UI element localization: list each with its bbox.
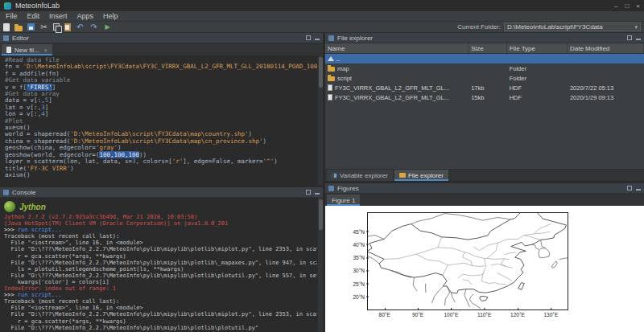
jython-logo-text: Jython — [19, 203, 46, 211]
console-line: Traceback (most recent call last): — [4, 233, 315, 240]
file-cell: HDF — [507, 84, 568, 92]
minimize-icon[interactable] — [315, 193, 320, 195]
file-cell: 2020/7/22 05:13 — [568, 84, 644, 92]
chevron-down-icon[interactable]: ▾ — [634, 24, 638, 31]
file-explorer-tab-label: File explorer — [408, 172, 444, 179]
editor-panel-header: Editor — [0, 33, 323, 43]
menu-bar: FileEditInsertAppsHelp — [0, 11, 644, 22]
column-header[interactable]: Date Modified — [568, 43, 644, 53]
console-output[interactable]: Jython Jython 2.7.2 (v2.7.2:925a3cc3b49d… — [0, 198, 323, 332]
column-header[interactable]: File Type — [507, 43, 568, 53]
tab-figure-1[interactable]: Figure 1 — [327, 195, 360, 206]
tab-file-explorer[interactable]: File explorer — [394, 170, 448, 181]
undo-icon[interactable]: ↶ — [76, 23, 85, 31]
toolbar-icons: ✂↶↷▶ — [3, 23, 112, 31]
console-panel: Console Jython Jython 2.7.2 (v2.7.2:925a… — [0, 187, 323, 332]
run-script-icon[interactable]: ▶ — [103, 23, 112, 31]
file-row[interactable]: mapFolder — [325, 64, 644, 73]
editor-scrollbar[interactable] — [317, 55, 323, 185]
x-tick-label: 80°E — [379, 312, 390, 318]
cut-icon[interactable]: ✂ — [39, 23, 48, 31]
current-folder-value: D:\MeteoInfoLab\script\FY3Cdata — [507, 23, 603, 31]
x-tick-label: 120°E — [510, 312, 525, 318]
console-line: IndexError: index out of range: 1 — [4, 285, 315, 292]
console-line: >>> run script... — [4, 292, 315, 298]
console-line: Jython 2.7.2 (v2.7.2:925a3cc3b49d, Mar 2… — [4, 214, 315, 220]
minimize-button[interactable]: – — [614, 2, 617, 10]
file-name-cell: FY3C_VIRRX_GBAL_L2_GFR_MLT_GL... — [325, 84, 469, 92]
script-file-icon — [6, 47, 11, 53]
file-name-cell: map — [325, 65, 469, 72]
jython-banner: Jython — [4, 199, 315, 214]
column-header[interactable]: Name — [325, 43, 469, 53]
console-lines: Jython 2.7.2 (v2.7.2:925a3cc3b49d, Mar 2… — [4, 214, 315, 331]
console-line: [Java HotSpot(TM) Client VM (Oracle Corp… — [4, 220, 315, 227]
close-button[interactable]: × — [636, 2, 640, 10]
code-editor[interactable]: #Read data filefn = 'D:\MeteoInfoLab\scr… — [0, 55, 323, 185]
file-row[interactable]: FY3C_VIRRX_GBAL_L2_GFR_MLT_GL...15kbHDF2… — [325, 92, 644, 102]
console-line: File "<iostream>", line 16, in <module> — [4, 240, 315, 246]
current-folder-combobox[interactable]: D:\MeteoInfoLab\script\FY3Cdata ▾ — [504, 23, 641, 31]
menu-item-help[interactable]: Help — [103, 12, 118, 20]
editor-panel-title: Editor — [12, 35, 29, 42]
file-explorer-panel: File explorer NameSizeFile TypeDate Modi… — [325, 33, 644, 181]
figure-canvas[interactable]: 80°E90°E100°E110°E120°E130°E 20°N25°N30°… — [325, 206, 644, 332]
menu-item-file[interactable]: File — [6, 12, 18, 20]
china-map — [368, 213, 568, 309]
close-tab-icon[interactable]: × — [44, 47, 47, 53]
console-line: kwargs['color'] = colors[i] — [4, 279, 315, 285]
open-file-icon[interactable] — [14, 26, 23, 31]
minimize-icon[interactable] — [315, 39, 320, 40]
file-row[interactable]: .. — [325, 54, 644, 64]
console-panel-header: Console — [0, 187, 323, 198]
code-line: #Plot — [5, 118, 315, 125]
console-scrollbar[interactable] — [317, 198, 323, 332]
console-line: File "D:\???\MeteoInfo_2.2.7\MeteoInfo\p… — [4, 260, 315, 266]
figures-panel-title: Figures — [337, 185, 359, 192]
up-icon — [328, 56, 334, 61]
map-plot[interactable]: 80°E90°E100°E110°E120°E130°E 20°N25°N30°… — [367, 212, 568, 310]
copy-icon[interactable] — [53, 23, 60, 31]
menu-item-edit[interactable]: Edit — [27, 12, 40, 20]
tab-variable-explorer[interactable]: Variable explorer — [327, 170, 393, 181]
x-tick-label: 130°E — [543, 312, 558, 318]
console-line: >>> run script... — [4, 227, 315, 233]
column-header[interactable]: Size — [469, 43, 507, 53]
current-folder-label: Current Folder: — [457, 23, 501, 31]
tab-new-file[interactable]: New fil... × — [2, 44, 52, 55]
float-icon[interactable] — [306, 190, 311, 195]
redo-icon[interactable]: ↷ — [89, 23, 98, 31]
file-name-cell: script — [325, 75, 469, 82]
file-cell: 2020/1/29 09:13 — [568, 94, 644, 101]
code-line: axism() — [5, 172, 315, 178]
window-title: MeteoInfoLab — [15, 2, 60, 10]
save-icon[interactable] — [27, 23, 35, 31]
x-tick-label: 110°E — [477, 312, 491, 318]
float-icon[interactable] — [627, 186, 632, 191]
y-tick-label: 35°N — [353, 255, 365, 260]
paste-icon[interactable] — [64, 23, 71, 31]
float-icon[interactable] — [306, 35, 311, 40]
code-line: data = v[:,5] — [5, 97, 315, 104]
file-explorer-title: File explorer — [337, 35, 373, 42]
minimize-icon[interactable] — [636, 39, 641, 40]
new-script-icon[interactable] — [3, 23, 10, 31]
maximize-button[interactable]: □ — [625, 2, 629, 10]
title-bar: MeteoInfoLab – □ × — [0, 0, 644, 11]
file-name-cell: FY3C_VIRRX_GBAL_L2_GFR_MLT_GL... — [325, 94, 469, 101]
toolbar: ✂↶↷▶ Current Folder: D:\MeteoInfoLab\scr… — [0, 22, 644, 33]
file-cell: HDF — [507, 94, 568, 101]
float-icon[interactable] — [627, 35, 632, 40]
file-row[interactable]: scriptFolder — [325, 73, 644, 83]
console-icon — [3, 190, 9, 195]
menu-item-insert[interactable]: Insert — [49, 12, 68, 20]
file-cell: 17kb — [469, 84, 507, 92]
console-line: Traceback (most recent call last): — [4, 298, 315, 305]
file-cell: Folder — [507, 65, 568, 72]
x-tick-label: 90°E — [412, 312, 423, 318]
minimize-icon[interactable] — [636, 189, 641, 191]
console-panel-title: Console — [12, 189, 35, 196]
file-cell: 15kb — [469, 94, 507, 101]
file-row[interactable]: FY3C_VIRRX_GBAL_L2_GFR_MLT_GL...17kbHDF2… — [325, 83, 644, 92]
menu-item-apps[interactable]: Apps — [77, 12, 94, 20]
